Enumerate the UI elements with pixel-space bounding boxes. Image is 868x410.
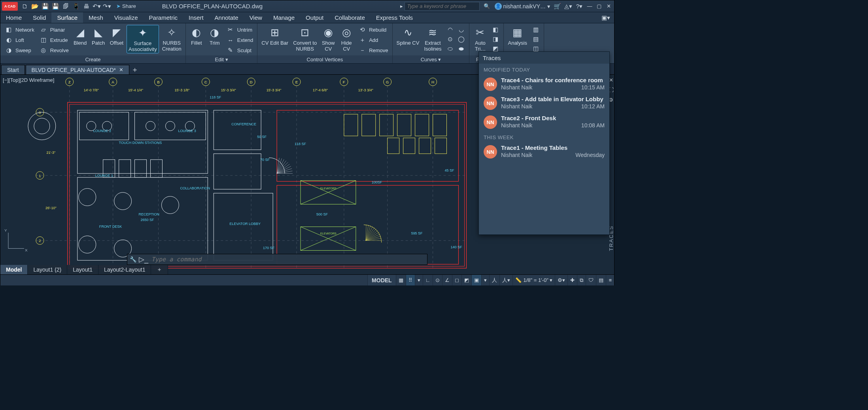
add-tab-button[interactable]: ＋: [129, 65, 140, 74]
layout-tab[interactable]: Layout1: [67, 265, 98, 274]
grid-icon[interactable]: ▦: [396, 275, 406, 286]
ribbon-revolve[interactable]: ◎Revolve: [38, 45, 70, 55]
menu-tab-home[interactable]: Home: [0, 12, 27, 23]
angle-icon[interactable]: ∠: [442, 275, 452, 286]
modelspace-button[interactable]: MODEL: [367, 275, 396, 286]
units-icon[interactable]: ⧉: [577, 275, 586, 286]
ribbon-sweep[interactable]: ◑Sweep: [3, 45, 36, 55]
iso2-icon[interactable]: 人▾: [499, 275, 512, 286]
ribbon-extend[interactable]: ↔Extend: [225, 35, 255, 45]
menu-tab-output[interactable]: Output: [300, 12, 329, 23]
ribbon-planar[interactable]: ▱Planar: [38, 25, 70, 34]
saveall-icon[interactable]: 💾: [51, 2, 60, 11]
ribbon-convert to[interactable]: ⊡Convert to NURBS: [291, 25, 318, 53]
trace-item[interactable]: NN Trace2 - Front Desk Nishant Naik10:08…: [479, 112, 609, 131]
curve-tool[interactable]: ⬬: [456, 44, 467, 53]
command-line[interactable]: 🔧 ▷_: [127, 254, 427, 265]
ribbon-surface[interactable]: ✦Surface Associativity: [127, 25, 159, 53]
wrench-icon[interactable]: 🔧: [130, 256, 136, 263]
ribbon-extract[interactable]: ≋Extract Isolines: [422, 25, 443, 53]
ribbon-patch[interactable]: ◣Patch: [90, 25, 107, 47]
plus-icon[interactable]: ✚: [567, 275, 577, 286]
close-button[interactable]: ✕: [605, 2, 613, 10]
osnap3d-icon[interactable]: ◩: [461, 275, 471, 286]
layout-tab[interactable]: Layout2-Layout1: [98, 265, 151, 274]
plot-icon[interactable]: 🖶: [81, 2, 91, 11]
ribbon-show[interactable]: ◉Show CV: [320, 25, 337, 53]
ribbon-sculpt[interactable]: ✎Sculpt: [225, 45, 255, 55]
ribbon-loft[interactable]: ◐Loft: [3, 35, 36, 45]
trace-item[interactable]: NN Trace4 - Chairs for conference room N…: [479, 74, 609, 93]
start-tab[interactable]: Start: [1, 65, 25, 74]
menu-tab-insert[interactable]: Insert: [183, 12, 209, 23]
search-icon[interactable]: 🔍: [484, 3, 490, 9]
analysis-tool[interactable]: ▤: [530, 34, 541, 44]
file-tab[interactable]: BLVD OFFICE_PLAN-AUTOCAD* ✕: [26, 65, 129, 74]
add-layout-button[interactable]: ＋: [151, 265, 168, 274]
app-logo[interactable]: A CAD: [2, 2, 18, 11]
share-button[interactable]: ➤ Share: [114, 3, 138, 9]
ortho-icon[interactable]: ∟: [423, 275, 433, 286]
menu-tab-annotate[interactable]: Annotate: [209, 12, 244, 23]
autodesk-app-icon[interactable]: ◬▾: [564, 2, 573, 11]
curve-tool[interactable]: ◯: [456, 34, 467, 44]
osnap-icon[interactable]: ◻: [452, 275, 461, 286]
featured-apps-icon[interactable]: ▣▾: [601, 14, 610, 21]
ribbon-blend[interactable]: ◢Blend: [72, 25, 89, 47]
view-label[interactable]: [−][Top][2D Wireframe]: [3, 77, 54, 83]
analysis-tool[interactable]: ▥: [530, 25, 541, 34]
ribbon-analysis[interactable]: ▦Analysis: [506, 25, 528, 47]
minimize-button[interactable]: —: [586, 2, 594, 10]
menu-icon[interactable]: ≡: [606, 275, 614, 286]
customize-icon[interactable]: ▤: [596, 275, 606, 286]
ribbon-untrim[interactable]: ✂Untrim: [225, 25, 255, 34]
ribbon-remove[interactable]: －Remove: [356, 45, 390, 55]
proj-tool[interactable]: ◧: [490, 25, 501, 34]
menu-tab-mesh[interactable]: Mesh: [83, 12, 109, 23]
menu-tab-express tools[interactable]: Express Tools: [371, 12, 418, 23]
dd2-icon[interactable]: ▾: [481, 275, 489, 286]
redo-icon[interactable]: ↷▾: [102, 2, 112, 11]
scale-display[interactable]: 📏 1/8" = 1'-0" ▾: [512, 275, 555, 286]
close-tab-icon[interactable]: ✕: [119, 67, 123, 73]
ribbon-trim[interactable]: ◑Trim: [206, 25, 223, 47]
saveas-icon[interactable]: 🗐: [61, 2, 70, 11]
search-dd-icon[interactable]: ▸: [400, 3, 403, 9]
curve-tool[interactable]: ◠: [444, 25, 456, 34]
dd-icon[interactable]: ▾: [415, 275, 423, 286]
ribbon-offset[interactable]: ◤Offset: [108, 25, 125, 47]
user-menu[interactable]: 👤 nishant.naikVY… ▾: [495, 3, 550, 10]
help-icon[interactable]: ?▾: [575, 2, 584, 11]
save-icon[interactable]: 💾: [40, 2, 50, 11]
ribbon-cv edit bar[interactable]: ⊞CV Edit Bar: [260, 25, 290, 47]
maximize-button[interactable]: ▢: [595, 2, 603, 10]
menu-tab-solid[interactable]: Solid: [27, 12, 51, 23]
ribbon-add[interactable]: ＋Add: [356, 35, 390, 45]
trace-item[interactable]: NN Trace1 - Meeting Tables Nishant NaikW…: [479, 142, 609, 161]
iso-icon[interactable]: 人: [489, 275, 499, 286]
grid-dense-icon[interactable]: ⠿: [406, 275, 415, 286]
ribbon-nurbs[interactable]: ✧NURBS Creation: [161, 25, 183, 53]
curve-tool[interactable]: ⬭: [444, 44, 456, 53]
ribbon-extrude[interactable]: ◫Extrude: [38, 35, 70, 45]
curve-tool[interactable]: ◡: [456, 25, 467, 34]
ribbon-fillet[interactable]: ◐Fillet: [188, 25, 205, 47]
undo-icon[interactable]: ↶▾: [92, 2, 101, 11]
search-input[interactable]: [405, 2, 480, 11]
selection-icon[interactable]: ▣: [471, 275, 481, 286]
web-mobile-icon[interactable]: 📱: [71, 2, 81, 11]
ribbon-network[interactable]: ◧Network: [3, 25, 36, 34]
ribbon-hide[interactable]: ◎Hide CV: [338, 25, 355, 53]
ribbon-spline cv[interactable]: ∿Spline CV: [395, 25, 421, 47]
curve-tool[interactable]: ⊙: [444, 34, 456, 44]
menu-tab-view[interactable]: View: [244, 12, 268, 23]
menu-tab-visualize[interactable]: Visualize: [109, 12, 144, 23]
proj-tool[interactable]: ◨: [490, 34, 501, 44]
command-input[interactable]: [151, 255, 425, 263]
ribbon-auto[interactable]: ✂Auto Tri…: [472, 25, 488, 53]
cart-icon[interactable]: 🛒: [552, 2, 562, 11]
menu-tab-surface[interactable]: Surface: [51, 12, 83, 23]
ribbon-rebuild[interactable]: ⟲Rebuild: [356, 25, 390, 34]
layout-tab[interactable]: Layout1 (2): [28, 265, 67, 274]
menu-tab-parametric[interactable]: Parametric: [144, 12, 183, 23]
